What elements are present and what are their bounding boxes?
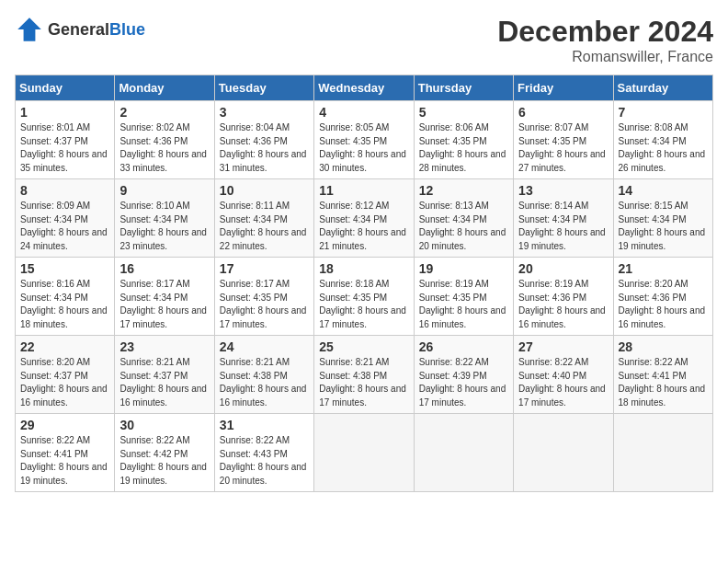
location-title: Romanswiller, France: [497, 49, 713, 65]
empty-cell-2: [414, 414, 513, 492]
week-row-5: 29 Sunrise: 8:22 AMSunset: 4:41 PMDaylig…: [16, 414, 713, 492]
week-row-3: 15 Sunrise: 8:16 AMSunset: 4:34 PMDaylig…: [16, 258, 713, 336]
day-18: 18 Sunrise: 8:18 AMSunset: 4:35 PMDaylig…: [314, 258, 414, 336]
col-wednesday: Wednesday: [314, 75, 414, 101]
col-tuesday: Tuesday: [214, 75, 313, 101]
day-19: 19 Sunrise: 8:19 AMSunset: 4:35 PMDaylig…: [414, 258, 513, 336]
day-11: 11 Sunrise: 8:12 AMSunset: 4:34 PMDaylig…: [314, 179, 414, 258]
empty-cell-1: [314, 414, 414, 492]
day-15: 15 Sunrise: 8:16 AMSunset: 4:34 PMDaylig…: [16, 258, 115, 336]
title-block: December 2024 Romanswiller, France: [497, 15, 713, 65]
svg-marker-0: [17, 17, 41, 41]
day-13: 13 Sunrise: 8:14 AMSunset: 4:34 PMDaylig…: [514, 179, 613, 258]
day-2: 2 Sunrise: 8:02 AMSunset: 4:36 PMDayligh…: [115, 101, 214, 179]
day-21: 21 Sunrise: 8:20 AMSunset: 4:36 PMDaylig…: [613, 258, 712, 336]
empty-cell-4: [613, 414, 712, 492]
day-6: 6 Sunrise: 8:07 AMSunset: 4:35 PMDayligh…: [514, 101, 613, 179]
calendar-table: Sunday Monday Tuesday Wednesday Thursday…: [15, 75, 713, 492]
day-14: 14 Sunrise: 8:15 AMSunset: 4:34 PMDaylig…: [613, 179, 712, 258]
week-row-2: 8 Sunrise: 8:09 AMSunset: 4:34 PMDayligh…: [16, 179, 713, 258]
col-monday: Monday: [115, 75, 214, 101]
day-12: 12 Sunrise: 8:13 AMSunset: 4:34 PMDaylig…: [414, 179, 513, 258]
day-20: 20 Sunrise: 8:19 AMSunset: 4:36 PMDaylig…: [514, 258, 613, 336]
day-9: 9 Sunrise: 8:10 AMSunset: 4:34 PMDayligh…: [115, 179, 214, 258]
day-1: 1 Sunrise: 8:01 AMSunset: 4:37 PMDayligh…: [16, 101, 115, 179]
day-8: 8 Sunrise: 8:09 AMSunset: 4:34 PMDayligh…: [16, 179, 115, 258]
month-title: December 2024: [497, 15, 713, 49]
col-thursday: Thursday: [414, 75, 513, 101]
empty-cell-3: [514, 414, 613, 492]
logo-general: General: [48, 20, 109, 39]
logo-blue: Blue: [109, 20, 145, 39]
day-10: 10 Sunrise: 8:11 AMSunset: 4:34 PMDaylig…: [214, 179, 313, 258]
day-30: 30 Sunrise: 8:22 AMSunset: 4:42 PMDaylig…: [115, 414, 214, 492]
day-5: 5 Sunrise: 8:06 AMSunset: 4:35 PMDayligh…: [414, 101, 513, 179]
logo: GeneralBlue: [15, 15, 145, 44]
day-29: 29 Sunrise: 8:22 AMSunset: 4:41 PMDaylig…: [16, 414, 115, 492]
day-24: 24 Sunrise: 8:21 AMSunset: 4:38 PMDaylig…: [214, 336, 313, 414]
day-25: 25 Sunrise: 8:21 AMSunset: 4:38 PMDaylig…: [314, 336, 414, 414]
page-header: GeneralBlue December 2024 Romanswiller, …: [15, 15, 713, 65]
week-row-4: 22 Sunrise: 8:20 AMSunset: 4:37 PMDaylig…: [16, 336, 713, 414]
calendar-body: 1 Sunrise: 8:01 AMSunset: 4:37 PMDayligh…: [16, 101, 713, 492]
day-28: 28 Sunrise: 8:22 AMSunset: 4:41 PMDaylig…: [613, 336, 712, 414]
day-17: 17 Sunrise: 8:17 AMSunset: 4:35 PMDaylig…: [214, 258, 313, 336]
day-31: 31 Sunrise: 8:22 AMSunset: 4:43 PMDaylig…: [214, 414, 313, 492]
col-friday: Friday: [514, 75, 613, 101]
day-16: 16 Sunrise: 8:17 AMSunset: 4:34 PMDaylig…: [115, 258, 214, 336]
day-7: 7 Sunrise: 8:08 AMSunset: 4:34 PMDayligh…: [613, 101, 712, 179]
day-3: 3 Sunrise: 8:04 AMSunset: 4:36 PMDayligh…: [214, 101, 313, 179]
day-23: 23 Sunrise: 8:21 AMSunset: 4:37 PMDaylig…: [115, 336, 214, 414]
day-27: 27 Sunrise: 8:22 AMSunset: 4:40 PMDaylig…: [514, 336, 613, 414]
calendar-header-row: Sunday Monday Tuesday Wednesday Thursday…: [16, 75, 713, 101]
logo-icon: [15, 15, 44, 44]
day-26: 26 Sunrise: 8:22 AMSunset: 4:39 PMDaylig…: [414, 336, 513, 414]
day-4: 4 Sunrise: 8:05 AMSunset: 4:35 PMDayligh…: [314, 101, 414, 179]
col-saturday: Saturday: [613, 75, 712, 101]
week-row-1: 1 Sunrise: 8:01 AMSunset: 4:37 PMDayligh…: [16, 101, 713, 179]
col-sunday: Sunday: [16, 75, 115, 101]
day-22: 22 Sunrise: 8:20 AMSunset: 4:37 PMDaylig…: [16, 336, 115, 414]
logo-text: GeneralBlue: [48, 20, 145, 40]
